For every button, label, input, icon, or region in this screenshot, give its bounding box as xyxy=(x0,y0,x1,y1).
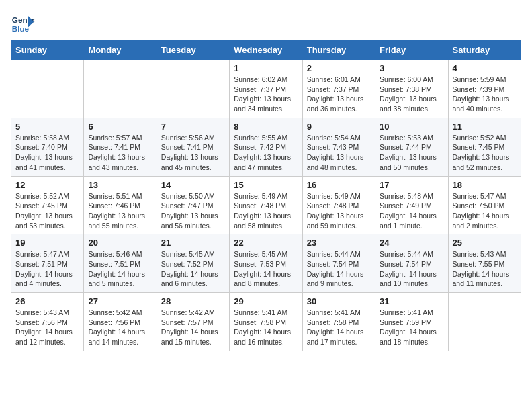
day-number: 8 xyxy=(234,122,298,132)
day-number: 25 xyxy=(453,238,517,248)
day-number: 16 xyxy=(307,180,371,190)
day-number: 20 xyxy=(88,238,152,248)
calendar-cell: 9Sunrise: 5:54 AM Sunset: 7:43 PM Daylig… xyxy=(302,118,375,176)
calendar-cell: 19Sunrise: 5:47 AM Sunset: 7:51 PM Dayli… xyxy=(11,234,84,293)
calendar-cell: 3Sunrise: 6:00 AM Sunset: 7:38 PM Daylig… xyxy=(375,60,448,118)
calendar-cell xyxy=(157,60,229,118)
calendar-cell: 17Sunrise: 5:48 AM Sunset: 7:49 PM Dayli… xyxy=(375,176,448,234)
day-number: 10 xyxy=(380,122,443,132)
day-info: Sunrise: 6:00 AM Sunset: 7:38 PM Dayligh… xyxy=(380,75,443,114)
logo: General Blue xyxy=(11,11,38,35)
day-number: 9 xyxy=(307,122,371,132)
calendar-week-2: 5Sunrise: 5:58 AM Sunset: 7:40 PM Daylig… xyxy=(11,118,521,176)
calendar-cell xyxy=(448,293,521,351)
day-info: Sunrise: 6:01 AM Sunset: 7:37 PM Dayligh… xyxy=(307,75,371,114)
day-info: Sunrise: 5:44 AM Sunset: 7:54 PM Dayligh… xyxy=(380,249,443,289)
calendar-cell: 4Sunrise: 5:59 AM Sunset: 7:39 PM Daylig… xyxy=(448,60,521,118)
calendar-week-5: 26Sunrise: 5:43 AM Sunset: 7:56 PM Dayli… xyxy=(11,293,521,351)
day-info: Sunrise: 5:55 AM Sunset: 7:42 PM Dayligh… xyxy=(234,133,298,173)
day-info: Sunrise: 5:47 AM Sunset: 7:51 PM Dayligh… xyxy=(15,249,79,289)
day-info: Sunrise: 5:53 AM Sunset: 7:44 PM Dayligh… xyxy=(380,133,443,173)
day-info: Sunrise: 5:41 AM Sunset: 7:59 PM Dayligh… xyxy=(380,308,443,347)
day-header-tuesday: Tuesday xyxy=(157,41,229,60)
calendar-cell: 13Sunrise: 5:51 AM Sunset: 7:46 PM Dayli… xyxy=(84,176,157,234)
calendar-cell: 2Sunrise: 6:01 AM Sunset: 7:37 PM Daylig… xyxy=(302,60,375,118)
calendar-cell: 8Sunrise: 5:55 AM Sunset: 7:42 PM Daylig… xyxy=(230,118,302,176)
day-header-friday: Friday xyxy=(375,41,448,60)
day-info: Sunrise: 5:59 AM Sunset: 7:39 PM Dayligh… xyxy=(453,75,517,114)
calendar-cell: 7Sunrise: 5:56 AM Sunset: 7:41 PM Daylig… xyxy=(157,118,229,176)
calendar-cell: 12Sunrise: 5:52 AM Sunset: 7:45 PM Dayli… xyxy=(11,176,84,234)
day-info: Sunrise: 5:50 AM Sunset: 7:47 PM Dayligh… xyxy=(161,191,225,231)
day-info: Sunrise: 5:42 AM Sunset: 7:56 PM Dayligh… xyxy=(88,308,152,347)
day-number: 12 xyxy=(15,180,79,190)
calendar-cell: 31Sunrise: 5:41 AM Sunset: 7:59 PM Dayli… xyxy=(375,293,448,351)
calendar-cell xyxy=(84,60,157,118)
day-number: 15 xyxy=(234,180,298,190)
day-info: Sunrise: 5:49 AM Sunset: 7:48 PM Dayligh… xyxy=(234,191,298,231)
calendar-cell: 26Sunrise: 5:43 AM Sunset: 7:56 PM Dayli… xyxy=(11,293,84,351)
day-info: Sunrise: 5:46 AM Sunset: 7:51 PM Dayligh… xyxy=(88,249,152,289)
calendar-cell: 24Sunrise: 5:44 AM Sunset: 7:54 PM Dayli… xyxy=(375,234,448,293)
calendar-week-4: 19Sunrise: 5:47 AM Sunset: 7:51 PM Dayli… xyxy=(11,234,521,293)
day-info: Sunrise: 5:48 AM Sunset: 7:49 PM Dayligh… xyxy=(380,191,443,231)
day-number: 6 xyxy=(88,122,152,132)
day-info: Sunrise: 5:45 AM Sunset: 7:52 PM Dayligh… xyxy=(161,249,225,289)
day-info: Sunrise: 5:56 AM Sunset: 7:41 PM Dayligh… xyxy=(161,133,225,173)
day-info: Sunrise: 5:42 AM Sunset: 7:57 PM Dayligh… xyxy=(161,308,225,347)
day-number: 22 xyxy=(234,238,298,248)
day-info: Sunrise: 5:52 AM Sunset: 7:45 PM Dayligh… xyxy=(453,133,517,173)
calendar-cell: 11Sunrise: 5:52 AM Sunset: 7:45 PM Dayli… xyxy=(448,118,521,176)
day-header-thursday: Thursday xyxy=(302,41,375,60)
day-info: Sunrise: 5:44 AM Sunset: 7:54 PM Dayligh… xyxy=(307,249,371,289)
day-number: 11 xyxy=(453,122,517,132)
day-number: 19 xyxy=(15,238,79,248)
day-info: Sunrise: 5:43 AM Sunset: 7:56 PM Dayligh… xyxy=(15,308,79,347)
day-number: 31 xyxy=(380,296,443,306)
day-header-sunday: Sunday xyxy=(11,41,84,60)
calendar-cell: 6Sunrise: 5:57 AM Sunset: 7:41 PM Daylig… xyxy=(84,118,157,176)
calendar-cell: 10Sunrise: 5:53 AM Sunset: 7:44 PM Dayli… xyxy=(375,118,448,176)
day-info: Sunrise: 5:41 AM Sunset: 7:58 PM Dayligh… xyxy=(307,308,371,347)
calendar-header-row: SundayMondayTuesdayWednesdayThursdayFrid… xyxy=(11,41,521,60)
calendar-cell xyxy=(11,60,84,118)
calendar-cell: 15Sunrise: 5:49 AM Sunset: 7:48 PM Dayli… xyxy=(230,176,302,234)
day-number: 3 xyxy=(380,63,443,73)
calendar-cell: 30Sunrise: 5:41 AM Sunset: 7:58 PM Dayli… xyxy=(302,293,375,351)
day-number: 23 xyxy=(307,238,371,248)
calendar-cell: 18Sunrise: 5:47 AM Sunset: 7:50 PM Dayli… xyxy=(448,176,521,234)
day-number: 18 xyxy=(453,180,517,190)
day-info: Sunrise: 5:58 AM Sunset: 7:40 PM Dayligh… xyxy=(15,133,79,173)
page-header: General Blue xyxy=(11,11,521,35)
calendar-cell: 21Sunrise: 5:45 AM Sunset: 7:52 PM Dayli… xyxy=(157,234,229,293)
day-number: 21 xyxy=(161,238,225,248)
day-number: 2 xyxy=(307,63,371,73)
calendar-week-3: 12Sunrise: 5:52 AM Sunset: 7:45 PM Dayli… xyxy=(11,176,521,234)
day-number: 24 xyxy=(380,238,443,248)
day-info: Sunrise: 5:57 AM Sunset: 7:41 PM Dayligh… xyxy=(88,133,152,173)
calendar-cell: 16Sunrise: 5:49 AM Sunset: 7:48 PM Dayli… xyxy=(302,176,375,234)
day-number: 30 xyxy=(307,296,371,306)
calendar-cell: 29Sunrise: 5:41 AM Sunset: 7:58 PM Dayli… xyxy=(230,293,302,351)
calendar-cell: 1Sunrise: 6:02 AM Sunset: 7:37 PM Daylig… xyxy=(230,60,302,118)
day-number: 28 xyxy=(161,296,225,306)
day-info: Sunrise: 5:41 AM Sunset: 7:58 PM Dayligh… xyxy=(234,308,298,347)
calendar-week-1: 1Sunrise: 6:02 AM Sunset: 7:37 PM Daylig… xyxy=(11,60,521,118)
calendar-cell: 14Sunrise: 5:50 AM Sunset: 7:47 PM Dayli… xyxy=(157,176,229,234)
calendar-table: SundayMondayTuesdayWednesdayThursdayFrid… xyxy=(11,40,521,351)
calendar-cell: 22Sunrise: 5:45 AM Sunset: 7:53 PM Dayli… xyxy=(230,234,302,293)
day-info: Sunrise: 6:02 AM Sunset: 7:37 PM Dayligh… xyxy=(234,75,298,114)
logo-icon: General Blue xyxy=(11,11,35,35)
day-info: Sunrise: 5:52 AM Sunset: 7:45 PM Dayligh… xyxy=(15,191,79,231)
day-header-saturday: Saturday xyxy=(448,41,521,60)
day-number: 7 xyxy=(161,122,225,132)
day-number: 13 xyxy=(88,180,152,190)
day-info: Sunrise: 5:43 AM Sunset: 7:55 PM Dayligh… xyxy=(453,249,517,289)
day-number: 26 xyxy=(15,296,79,306)
day-number: 14 xyxy=(161,180,225,190)
calendar-cell: 28Sunrise: 5:42 AM Sunset: 7:57 PM Dayli… xyxy=(157,293,229,351)
day-number: 1 xyxy=(234,63,298,73)
calendar-cell: 5Sunrise: 5:58 AM Sunset: 7:40 PM Daylig… xyxy=(11,118,84,176)
calendar-cell: 20Sunrise: 5:46 AM Sunset: 7:51 PM Dayli… xyxy=(84,234,157,293)
day-info: Sunrise: 5:45 AM Sunset: 7:53 PM Dayligh… xyxy=(234,249,298,289)
